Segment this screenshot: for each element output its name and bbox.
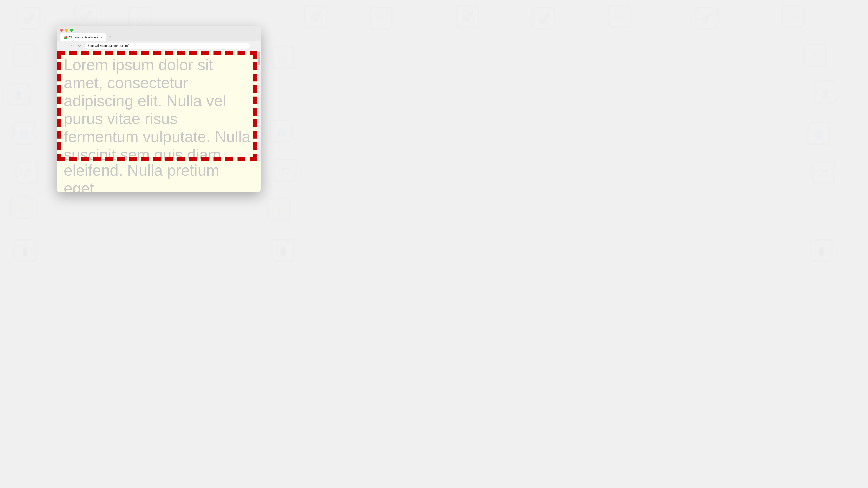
svg-text:📱: 📱 <box>278 247 288 256</box>
bg-deco-icon: 🎵 <box>812 161 835 185</box>
tab-title: Chrome for Developers <box>69 36 98 39</box>
svg-text:🚀: 🚀 <box>537 12 550 25</box>
close-button[interactable] <box>60 29 63 32</box>
bg-deco-icon: 👤 <box>6 83 30 107</box>
bg-deco-icon: ⚙ <box>271 45 295 70</box>
bg-deco-icon: </> <box>608 4 631 29</box>
bg-deco-icon: 👤 <box>814 80 838 105</box>
bg-deco-icon: # <box>13 43 37 68</box>
svg-text:🌐: 🌐 <box>814 130 824 139</box>
forward-button[interactable]: → <box>68 42 74 49</box>
svg-rect-6 <box>305 5 327 27</box>
svg-text:🎵: 🎵 <box>22 169 32 178</box>
svg-text:📱: 📱 <box>816 247 826 256</box>
svg-rect-38 <box>275 159 296 181</box>
svg-rect-32 <box>270 120 292 142</box>
tab-favicon <box>63 35 67 39</box>
browser-tab-active[interactable]: Chrome for Developers × <box>60 33 106 41</box>
tab-close-button[interactable]: × <box>100 35 103 39</box>
menu-button[interactable]: ⋮ <box>252 42 258 49</box>
bg-deco-icon: 🚀 <box>532 6 556 31</box>
bg-deco-icon: 💡 <box>10 195 34 220</box>
svg-rect-30 <box>13 123 35 144</box>
svg-rect-22 <box>272 46 294 68</box>
bg-deco-icon: </> <box>369 6 393 31</box>
svg-point-55 <box>65 37 66 38</box>
scrollbar[interactable] <box>257 51 261 161</box>
svg-rect-14 <box>609 5 630 27</box>
svg-rect-28 <box>815 82 837 103</box>
svg-text:</>: </> <box>134 15 146 24</box>
svg-text:🌐: 🌐 <box>19 130 29 139</box>
svg-rect-42 <box>11 196 33 218</box>
address-bar[interactable]: https://developer.chrome.com/ <box>84 43 250 49</box>
minimize-button[interactable] <box>65 29 68 32</box>
bg-deco-icon: 🚀 <box>18 6 41 31</box>
bg-deco-icon: 🚀 <box>694 6 718 31</box>
svg-rect-18 <box>782 5 804 27</box>
scrollbar-thumb[interactable] <box>258 52 260 65</box>
new-tab-button[interactable]: + <box>107 33 114 40</box>
svg-rect-16 <box>695 8 717 29</box>
page-content-text: Lorem ipsum dolor sit amet, consectetur … <box>57 51 261 161</box>
svg-rect-0 <box>19 8 40 29</box>
browser-window: Chrome for Developers × + ← → ↻ https://… <box>57 26 261 192</box>
svg-text:🚀: 🚀 <box>309 10 322 23</box>
title-bar: Chrome for Developers × + <box>57 26 261 41</box>
tabs-row: Chrome for Developers × + <box>60 33 257 41</box>
below-fold-content: eleifend. Nulla pretium eget <box>57 161 261 192</box>
svg-rect-24 <box>804 44 826 66</box>
svg-text:📱: 📱 <box>20 247 30 256</box>
svg-rect-36 <box>16 162 38 183</box>
bg-deco-icon: # <box>803 43 827 68</box>
bg-deco-icon: 📱 <box>13 238 37 263</box>
bg-deco-icon: 🎵 <box>273 158 297 183</box>
svg-rect-34 <box>808 123 830 144</box>
bg-deco-icon: 💡 <box>267 197 291 222</box>
bg-deco-icon: 🌐 <box>12 122 36 146</box>
svg-text:🚀: 🚀 <box>461 10 474 23</box>
svg-text:</>: </> <box>375 15 386 24</box>
svg-text:👤: 👤 <box>14 91 24 100</box>
svg-rect-48 <box>272 240 294 261</box>
bg-deco-icon: 🚀 <box>74 4 98 29</box>
svg-text:🎵: 🎵 <box>281 167 290 176</box>
bg-deco-icon: 🌐 <box>269 119 293 144</box>
svg-rect-26 <box>8 84 29 105</box>
svg-text:💡: 💡 <box>274 206 284 215</box>
svg-text:🚀: 🚀 <box>23 12 36 25</box>
bg-deco-icon: 🚀 <box>456 4 479 29</box>
svg-rect-8 <box>370 8 392 29</box>
bg-deco-icon: 🌐 <box>807 122 831 146</box>
maximize-button[interactable] <box>70 29 73 32</box>
content-area: Lorem ipsum dolor sit amet, consectetur … <box>57 51 261 161</box>
bg-deco-icon: 📱 <box>809 238 833 263</box>
traffic-lights-row <box>60 29 257 32</box>
svg-text:#: # <box>23 52 27 61</box>
back-button[interactable]: ← <box>59 42 66 49</box>
svg-text:🚀: 🚀 <box>700 12 713 25</box>
toolbar: ← → ↻ https://developer.chrome.com/ ⋮ <box>57 41 261 51</box>
svg-rect-12 <box>533 8 554 29</box>
svg-text:⚙: ⚙ <box>280 54 287 63</box>
svg-text:</>: </> <box>614 13 625 22</box>
svg-rect-44 <box>268 198 290 220</box>
svg-text:#: # <box>813 52 817 61</box>
svg-rect-46 <box>14 240 36 261</box>
svg-text:🌐: 🌐 <box>276 128 286 137</box>
svg-text:🎵: 🎵 <box>819 169 829 178</box>
svg-rect-50 <box>810 240 832 261</box>
svg-rect-20 <box>14 44 36 66</box>
bg-deco-icon: 🎵 <box>15 161 39 185</box>
svg-text:👤: 👤 <box>821 89 831 98</box>
bg-deco-icon: 🚀 <box>304 4 328 29</box>
refresh-button[interactable]: ↻ <box>76 42 83 49</box>
bg-deco-icon: </> <box>781 4 805 29</box>
svg-text:💡: 💡 <box>17 203 27 213</box>
svg-rect-2 <box>75 5 97 27</box>
svg-text:🚀: 🚀 <box>79 10 92 23</box>
address-text: https://developer.chrome.com/ <box>88 44 246 47</box>
svg-rect-10 <box>457 5 478 27</box>
bg-deco-icon: 📱 <box>271 238 295 263</box>
svg-text:</>: </> <box>787 13 799 22</box>
